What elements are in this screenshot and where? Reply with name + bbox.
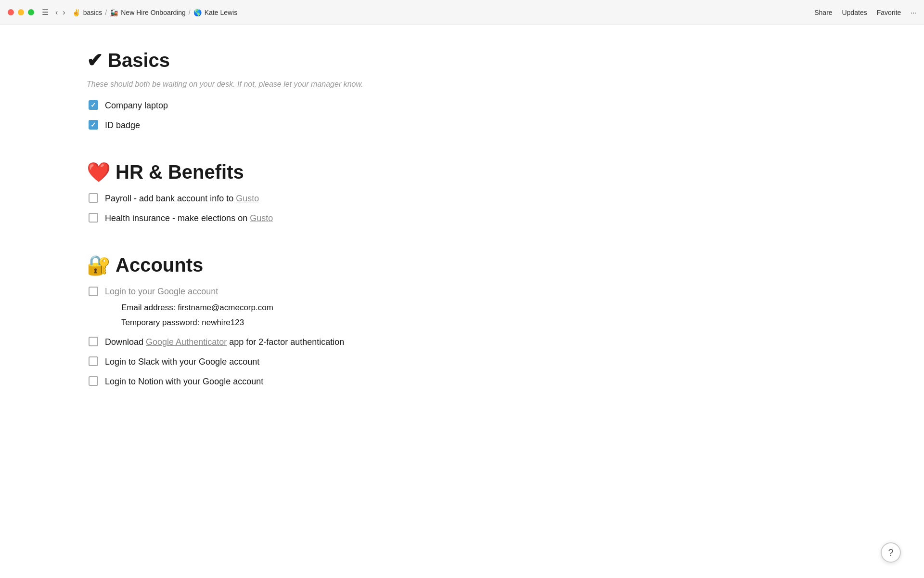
back-button[interactable]: ‹ — [54, 7, 59, 18]
google-login-link[interactable]: Login to your Google account — [105, 287, 218, 296]
list-item: Company laptop — [89, 99, 837, 112]
section-accounts: 🔐 Accounts Login to your Google account … — [87, 254, 837, 388]
section-hr-benefits: ❤️ HR & Benefits Payroll - add bank acco… — [87, 161, 837, 225]
checkbox-slack[interactable] — [89, 356, 98, 366]
list-item: Download Google Authenticator app for 2-… — [89, 336, 837, 349]
payroll-label: Payroll - add bank account info to Gusto — [105, 192, 259, 205]
titlebar: ☰ ‹ › ✌️ basics / 🚂 New Hire Onboarding … — [0, 0, 924, 25]
more-button[interactable]: ··· — [911, 9, 916, 16]
favorite-button[interactable]: Favorite — [877, 9, 901, 16]
basics-checklist: Company laptop ID badge — [89, 99, 837, 132]
breadcrumb-sep-1: / — [105, 9, 107, 16]
gusto-payroll-link[interactable]: Gusto — [236, 194, 259, 203]
breadcrumb: ✌️ basics / 🚂 New Hire Onboarding / 🌎 Ka… — [72, 9, 815, 16]
close-button[interactable] — [8, 9, 14, 15]
breadcrumb-hr[interactable]: basics — [83, 9, 103, 16]
accounts-icon: 🔐 — [87, 254, 111, 276]
main-content: ✔ Basics These should both be waiting on… — [0, 25, 924, 578]
list-item: Login to Notion with your Google account — [89, 375, 837, 388]
section-title-hr: ❤️ HR & Benefits — [87, 161, 837, 184]
section-title-accounts: 🔐 Accounts — [87, 254, 837, 276]
nav-arrows: ‹ › — [54, 7, 66, 18]
forward-button[interactable]: › — [62, 7, 66, 18]
breadcrumb-person[interactable]: Kate Lewis — [205, 9, 237, 16]
checkbox-laptop[interactable] — [89, 100, 98, 110]
help-button[interactable]: ? — [881, 542, 901, 563]
gusto-health-link[interactable]: Gusto — [250, 213, 273, 223]
checkbox-google-login[interactable] — [89, 287, 98, 296]
share-button[interactable]: Share — [814, 9, 832, 16]
checkbox-authenticator[interactable] — [89, 337, 98, 346]
list-item: Health insurance - make elections on Gus… — [89, 212, 837, 225]
breadcrumb-emoji-person: 🌎 — [193, 9, 202, 16]
authenticator-link[interactable]: Google Authenticator — [146, 337, 227, 347]
health-label: Health insurance - make elections on Gus… — [105, 212, 273, 225]
hr-icon: ❤️ — [87, 161, 111, 184]
maximize-button[interactable] — [28, 9, 34, 15]
breadcrumb-emoji-hr: ✌️ — [72, 9, 80, 16]
basics-subtitle: These should both be waiting on your des… — [87, 80, 837, 89]
google-login-content: Login to your Google account Email addre… — [105, 285, 273, 329]
updates-button[interactable]: Updates — [842, 9, 867, 16]
list-item: Login to Slack with your Google account — [89, 355, 837, 368]
checkbox-badge[interactable] — [89, 120, 98, 130]
google-login-sub: Email address: firstname@acmecorp.com Te… — [121, 299, 273, 329]
section-basics: ✔ Basics These should both be waiting on… — [87, 49, 837, 132]
hr-checklist: Payroll - add bank account info to Gusto… — [89, 192, 837, 225]
list-item: Login to your Google account Email addre… — [89, 285, 837, 329]
accounts-checklist: Login to your Google account Email addre… — [89, 285, 837, 388]
laptop-label: Company laptop — [105, 99, 168, 112]
breadcrumb-onboarding[interactable]: New Hire Onboarding — [121, 9, 186, 16]
traffic-lights — [8, 9, 34, 15]
titlebar-actions: Share Updates Favorite ··· — [814, 9, 916, 16]
menu-icon[interactable]: ☰ — [42, 8, 49, 17]
authenticator-label: Download Google Authenticator app for 2-… — [105, 336, 344, 349]
basics-icon: ✔ — [87, 49, 103, 71]
list-item: Payroll - add bank account info to Gusto — [89, 192, 837, 205]
checkbox-notion[interactable] — [89, 376, 98, 386]
notion-label: Login to Notion with your Google account — [105, 375, 263, 388]
breadcrumb-emoji-onboarding: 🚂 — [110, 9, 118, 16]
badge-label: ID badge — [105, 119, 140, 132]
checkbox-health[interactable] — [89, 213, 98, 223]
email-address-line: Email address: firstname@acmecorp.com — [121, 301, 273, 314]
section-title-basics: ✔ Basics — [87, 49, 837, 71]
temp-password-line: Temporary password: newhire123 — [121, 316, 273, 329]
breadcrumb-sep-2: / — [189, 9, 191, 16]
list-item: ID badge — [89, 119, 837, 132]
slack-label: Login to Slack with your Google account — [105, 355, 259, 368]
checkbox-payroll[interactable] — [89, 193, 98, 203]
minimize-button[interactable] — [18, 9, 24, 15]
